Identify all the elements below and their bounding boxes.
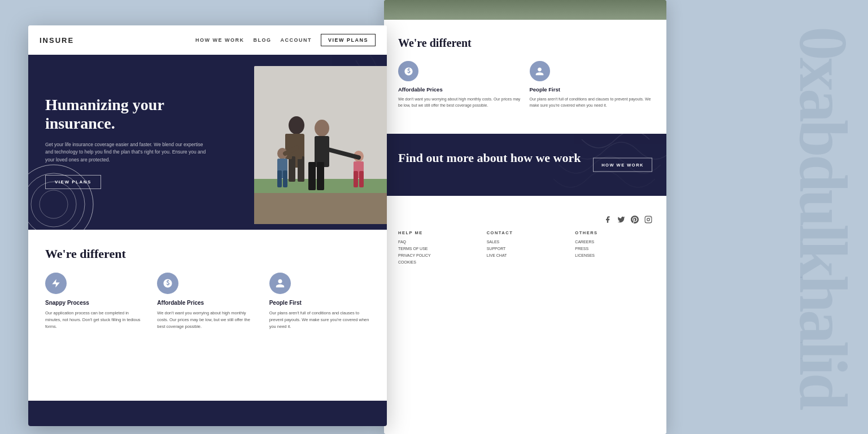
person-icon [269, 273, 291, 294]
svg-rect-14 [289, 156, 295, 182]
nav-blog[interactable]: BLOG [253, 37, 271, 43]
feature-affordable: Affordable Prices We don't want you worr… [157, 273, 258, 330]
svg-rect-2 [645, 217, 652, 223]
back-feature-people: People First Our plans aren't full of co… [530, 61, 653, 108]
dollar-icon [157, 273, 178, 294]
hero-description: Get your life insurance coverage easier … [45, 141, 208, 164]
back-footer-grid: HELP ME FAQ TERMS OF USE PRIVACY POLICY … [398, 230, 652, 267]
svg-rect-1 [384, 0, 666, 20]
back-cta-band: Find out more about how we work HOW WE W… [384, 134, 666, 196]
feature-snappy: Snappy Process Our application process c… [45, 273, 146, 330]
feature-snappy-desc: Our application process can be completed… [45, 310, 146, 330]
back-top-image [384, 0, 666, 20]
family-illustration [254, 66, 387, 224]
back-footer-cookies[interactable]: COOKIES [398, 260, 476, 264]
svg-rect-24 [277, 170, 282, 187]
hero-view-plans-button[interactable]: VIEW PLANS [45, 175, 101, 189]
facebook-icon[interactable] [604, 216, 612, 223]
svg-point-4 [650, 218, 651, 218]
footer-band [28, 401, 387, 426]
instagram-icon[interactable] [644, 216, 652, 223]
hero-image [254, 66, 387, 224]
svg-point-12 [289, 116, 304, 134]
back-footer-terms[interactable]: TERMS OF USE [398, 247, 476, 251]
back-feature-affordable-desc: We don't want you worrying about high mo… [398, 96, 521, 108]
hero-section: Humanizing your insurance. Get your life… [28, 55, 387, 230]
svg-rect-21 [317, 162, 324, 190]
main-container: We're different Affordable Prices We don… [0, 0, 868, 434]
back-footer-col-others: OTHERS CAREERS PRESS LICENSES [575, 230, 652, 267]
back-feature-people-title: People First [530, 86, 653, 93]
front-window: INSURE HOW WE WORK BLOG ACCOUNT VIEW PLA… [28, 25, 387, 426]
back-window-content: We're different Affordable Prices We don… [384, 0, 666, 434]
back-footer-col-contact: CONTACT SALES SUPPORT LIVE CHAT [487, 230, 564, 267]
hero-image-background [254, 66, 387, 224]
back-feature-people-desc: Our plans aren't full of conditions and … [530, 96, 653, 108]
back-dollar-icon [398, 61, 418, 81]
back-cta-button[interactable]: HOW WE WORK [593, 158, 652, 172]
back-footer-privacy[interactable]: PRIVACY POLICY [398, 253, 476, 257]
features-grid: Snappy Process Our application process c… [45, 273, 370, 330]
nav-account[interactable]: ACCOUNT [280, 37, 312, 43]
svg-rect-15 [298, 156, 304, 182]
svg-rect-20 [308, 162, 316, 190]
feature-people: People First Our plans aren't full of co… [269, 273, 370, 330]
twitter-icon[interactable] [617, 216, 625, 223]
nav-how-we-work[interactable]: HOW WE WORK [195, 37, 245, 43]
back-feature-affordable-title: Affordable Prices [398, 86, 521, 93]
back-footer-press[interactable]: PRESS [575, 247, 652, 251]
feature-people-title: People First [269, 300, 370, 306]
different-section: We're different Snappy Process Our appli… [28, 230, 387, 341]
svg-rect-29 [359, 171, 364, 187]
feature-affordable-desc: We don't want you worrying about high mo… [157, 310, 258, 330]
back-footer-helpme-title: HELP ME [398, 230, 476, 235]
back-window: We're different Affordable Prices We don… [384, 0, 666, 434]
pinterest-icon[interactable] [631, 216, 639, 223]
feature-affordable-title: Affordable Prices [157, 300, 258, 306]
back-footer-others-title: OTHERS [575, 230, 652, 235]
back-different-section: We're different Affordable Prices We don… [384, 20, 666, 134]
back-footer-faq[interactable]: FAQ [398, 240, 476, 244]
back-features-grid: Affordable Prices We don't want you worr… [398, 61, 652, 108]
back-footer-licenses[interactable]: LICENSES [575, 253, 652, 257]
feature-people-desc: Our plans aren't full of conditions and … [269, 310, 370, 330]
navigation: INSURE HOW WE WORK BLOG ACCOUNT VIEW PLA… [28, 25, 387, 55]
back-person-icon [530, 61, 550, 81]
hero-content: Humanizing your insurance. Get your life… [28, 78, 225, 207]
back-footer: HELP ME FAQ TERMS OF USE PRIVACY POLICY … [384, 207, 666, 275]
logo: INSURE [40, 36, 74, 45]
hero-title: Humanizing your insurance. [45, 95, 208, 133]
svg-rect-10 [254, 190, 387, 224]
svg-rect-28 [354, 171, 358, 187]
back-footer-social [398, 216, 652, 223]
back-footer-sales[interactable]: SALES [487, 240, 564, 244]
back-footer-livechat[interactable]: LIVE CHAT [487, 253, 564, 257]
back-footer-col-helpme: HELP ME FAQ TERMS OF USE PRIVACY POLICY … [398, 230, 476, 267]
svg-point-3 [647, 218, 650, 221]
nav-links: HOW WE WORK BLOG ACCOUNT VIEW PLANS [195, 34, 376, 46]
back-section-title: We're different [398, 37, 652, 50]
nav-view-plans-button[interactable]: VIEW PLANS [321, 34, 376, 46]
back-footer-contact-title: CONTACT [487, 230, 564, 235]
back-footer-careers[interactable]: CAREERS [575, 240, 652, 244]
svg-point-18 [315, 120, 329, 137]
back-footer-support[interactable]: SUPPORT [487, 247, 564, 251]
feature-snappy-title: Snappy Process [45, 300, 146, 306]
back-feature-affordable: Affordable Prices We don't want you worr… [398, 61, 521, 108]
svg-rect-25 [283, 170, 287, 187]
section-title: We're different [45, 247, 370, 261]
lightning-icon [45, 273, 67, 294]
